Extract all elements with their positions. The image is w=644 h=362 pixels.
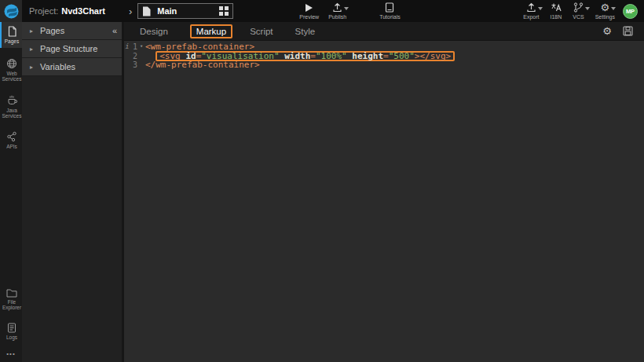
- tutorials-book-icon: [385, 2, 394, 13]
- gutter-line-3: 3: [124, 60, 145, 70]
- vcs-label: VCS: [573, 14, 584, 20]
- svg-close-tag-token[interactable]: ></svg>: [415, 52, 451, 61]
- line-number: 2: [130, 52, 137, 61]
- tutorials-label: Tutorials: [379, 14, 401, 20]
- height-value-token[interactable]: "500": [389, 52, 415, 61]
- expand-arrow-icon: ▸: [30, 46, 33, 53]
- java-services-coffee-icon: [6, 94, 18, 106]
- apis-connector-icon: [6, 131, 17, 142]
- fold-arrow-icon[interactable]: ▾: [137, 42, 145, 52]
- settings-gear-icon: ⚙: [601, 2, 610, 13]
- export-button[interactable]: Export: [523, 2, 539, 20]
- breadcrumb-chevron-icon: ›: [129, 5, 132, 17]
- tab-markup[interactable]: Markup: [190, 24, 232, 38]
- accordion-page-structure[interactable]: ▸ Page Structure: [22, 40, 122, 58]
- page-file-icon: [142, 6, 151, 16]
- preview-button[interactable]: Preview: [299, 2, 319, 20]
- sidebar-item-web-services[interactable]: Web Services: [0, 54, 22, 86]
- code-close-tag[interactable]: </wm-prefab-container>: [145, 60, 260, 70]
- tutorials-button[interactable]: Tutorials: [379, 2, 401, 20]
- panel-collapse-button[interactable]: «: [112, 26, 117, 35]
- export-caret-icon: [538, 7, 543, 10]
- accordion-pages-label: Pages: [40, 26, 64, 35]
- left-panel: ▸ Pages « ▸ Page Structure ▸ Variables: [22, 22, 124, 362]
- vcs-button[interactable]: VCS: [573, 2, 584, 20]
- project-breadcrumb: Project:Nvd3Chart: [29, 6, 105, 16]
- page-tab-main[interactable]: Main: [137, 3, 233, 19]
- code-open-tag[interactable]: <wm-prefab-container>: [145, 42, 254, 52]
- publish-label: Publish: [328, 14, 346, 20]
- pages-label: Pages: [5, 38, 19, 44]
- page-tab-label: Main: [157, 6, 219, 16]
- gutter-line-1: i 1 ▾: [124, 42, 145, 52]
- sidebar-more-button[interactable]: •••: [0, 344, 22, 362]
- logs-label: Logs: [6, 335, 17, 340]
- app-logo[interactable]: [0, 0, 22, 22]
- markup-code-editor[interactable]: i 1 ▾ <wm-prefab-container> 2 <svg id =: [124, 41, 644, 362]
- publish-caret-icon: [344, 7, 349, 10]
- vcs-caret-icon: [585, 7, 590, 10]
- expand-arrow-icon: ▸: [30, 27, 33, 35]
- equals-token[interactable]: =: [310, 52, 316, 61]
- accordion-page-structure-label: Page Structure: [40, 44, 97, 53]
- save-icon[interactable]: [623, 26, 633, 36]
- settings-label: Settings: [595, 14, 615, 20]
- space-token: [347, 52, 353, 61]
- web-services-label: Web Services: [2, 71, 22, 82]
- code-line-1[interactable]: i 1 ▾ <wm-prefab-container>: [124, 42, 644, 52]
- i18n-button[interactable]: I18N: [551, 2, 562, 20]
- vcs-branch-icon: [573, 2, 584, 13]
- i18n-language-icon: [551, 2, 562, 13]
- pages-icon: [7, 26, 17, 37]
- publish-upload-icon: [332, 2, 342, 13]
- settings-button[interactable]: ⚙ Settings: [595, 2, 615, 20]
- expand-arrow-icon: ▸: [30, 64, 33, 71]
- tab-style[interactable]: Style: [295, 27, 316, 36]
- export-upload-icon: [526, 2, 536, 13]
- grid-layout-icon[interactable]: [219, 6, 229, 16]
- wavemaker-logo-icon: [4, 4, 19, 19]
- sidebar-item-file-explorer[interactable]: File Explorer: [0, 284, 22, 314]
- top-bar: Project:Nvd3Chart › Main Preview Publish…: [0, 0, 644, 22]
- left-icon-rail: Pages Web Services Java Services: [0, 22, 22, 362]
- publish-button[interactable]: Publish: [328, 2, 346, 20]
- space-token: [280, 52, 285, 61]
- line-number: 3: [130, 60, 137, 70]
- java-services-label: Java Services: [2, 108, 22, 119]
- file-explorer-label: File Explorer: [2, 299, 22, 310]
- height-attr-token[interactable]: height: [352, 52, 383, 61]
- editor-settings-gear-icon[interactable]: ⚙: [602, 26, 612, 36]
- project-label: Project:: [29, 6, 58, 16]
- sidebar-item-logs[interactable]: Logs: [0, 319, 22, 344]
- accordion-variables-label: Variables: [40, 62, 75, 71]
- equals-token[interactable]: =: [383, 52, 389, 61]
- project-name: Nvd3Chart: [61, 6, 105, 16]
- info-icon: i: [124, 42, 130, 52]
- web-services-globe-icon: [6, 58, 17, 69]
- tab-design[interactable]: Design: [140, 27, 168, 36]
- sidebar-item-pages[interactable]: Pages: [0, 22, 22, 48]
- sidebar-item-java-services[interactable]: Java Services: [0, 90, 22, 122]
- apis-label: APIs: [6, 144, 17, 149]
- accordion-variables[interactable]: ▸ Variables: [22, 58, 122, 76]
- user-avatar[interactable]: MP: [623, 4, 638, 19]
- i18n-label: I18N: [551, 14, 562, 20]
- gutter-line-2: 2: [124, 52, 145, 61]
- editor-tab-bar: Design Markup Script Style ⚙: [124, 22, 644, 41]
- accordion-pages[interactable]: ▸ Pages «: [22, 22, 122, 40]
- width-value-token[interactable]: "100%": [316, 52, 347, 61]
- line-number: 1: [130, 42, 137, 52]
- settings-caret-icon: [611, 7, 616, 10]
- width-attr-token[interactable]: width: [284, 52, 310, 61]
- file-explorer-folder-icon: [6, 288, 17, 298]
- preview-label: Preview: [299, 14, 319, 20]
- play-icon: [305, 3, 313, 13]
- sidebar-item-apis[interactable]: APIs: [0, 127, 22, 153]
- logs-document-icon: [7, 323, 16, 333]
- code-line-3[interactable]: 3 </wm-prefab-container>: [124, 60, 644, 70]
- export-label: Export: [523, 14, 539, 20]
- tab-script[interactable]: Script: [250, 27, 273, 36]
